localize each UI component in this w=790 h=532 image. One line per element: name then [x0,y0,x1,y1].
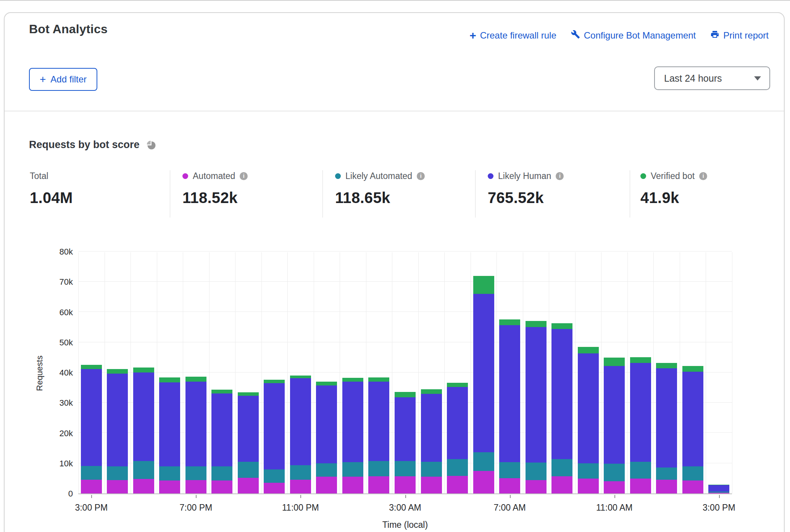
bar-segment-likely-human[interactable] [133,372,154,461]
bar-segment-likely-automated[interactable] [656,468,677,480]
bar-segment-likely-automated[interactable] [159,466,180,480]
bar-segment-likely-human[interactable] [682,372,703,466]
bar-12:00 AM[interactable] [316,382,337,493]
bar-3:00 PM[interactable] [708,485,729,493]
bar-segment-likely-human[interactable] [526,327,547,463]
bar-segment-verified-bot[interactable] [421,389,442,394]
bar-segment-likely-human[interactable] [473,294,494,452]
bar-10:00 PM[interactable] [264,380,285,493]
bar-7:00 PM[interactable] [185,377,206,493]
bar-segment-likely-automated[interactable] [526,463,547,480]
bar-segment-likely-human[interactable] [604,366,625,464]
bar-segment-verified-bot[interactable] [211,390,232,393]
bar-segment-automated[interactable] [159,480,180,493]
bar-segment-automated[interactable] [107,480,128,493]
bar-4:00 PM[interactable] [107,369,128,493]
bar-segment-automated[interactable] [708,493,729,493]
add-filter-button[interactable]: + Add filter [29,68,97,91]
bar-9:00 AM[interactable] [551,323,572,493]
bar-segment-automated[interactable] [604,481,625,494]
bar-segment-automated[interactable] [473,471,494,493]
stat-automated[interactable]: Automated i 118.52k [182,170,248,182]
bar-segment-automated[interactable] [368,476,389,493]
bar-2:00 PM[interactable] [682,366,703,493]
bar-segment-likely-automated[interactable] [107,466,128,480]
info-icon[interactable]: i [556,172,564,180]
bar-segment-likely-automated[interactable] [499,462,520,479]
bar-segment-likely-automated[interactable] [578,463,599,479]
stacked-bar-chart[interactable] [78,252,732,494]
bar-segment-verified-bot[interactable] [499,319,520,325]
bar-segment-likely-human[interactable] [499,325,520,462]
bar-segment-verified-bot[interactable] [290,376,311,378]
bar-segment-likely-human[interactable] [238,396,259,462]
bar-segment-likely-automated[interactable] [290,465,311,479]
bar-segment-verified-bot[interactable] [342,378,363,382]
bar-1:00 PM[interactable] [656,363,677,493]
bar-7:00 AM[interactable] [499,319,520,493]
bar-segment-likely-human[interactable] [316,385,337,463]
bar-segment-verified-bot[interactable] [133,368,154,373]
bar-segment-likely-human[interactable] [630,363,651,462]
bar-segment-automated[interactable] [264,483,285,493]
bar-segment-automated[interactable] [395,476,416,493]
bar-segment-verified-bot[interactable] [656,363,677,368]
bar-segment-verified-bot[interactable] [107,369,128,374]
bar-segment-likely-automated[interactable] [682,466,703,480]
stat-likely-automated[interactable]: Likely Automated i 118.65k [335,170,425,182]
bar-11:00 AM[interactable] [604,358,625,493]
bar-segment-automated[interactable] [342,477,363,493]
bar-segment-verified-bot[interactable] [551,323,572,329]
bar-segment-likely-human[interactable] [421,394,442,462]
bar-segment-automated[interactable] [81,480,102,493]
bar-segment-verified-bot[interactable] [604,358,625,366]
bar-segment-likely-automated[interactable] [316,463,337,477]
bar-segment-verified-bot[interactable] [578,347,599,353]
bar-segment-verified-bot[interactable] [473,276,494,294]
bar-9:00 PM[interactable] [238,392,259,493]
bar-6:00 AM[interactable] [473,276,494,493]
bar-segment-automated[interactable] [421,477,442,493]
bar-1:00 AM[interactable] [342,378,363,493]
bar-3:00 AM[interactable] [395,392,416,493]
print-report-link[interactable]: Print report [710,30,769,41]
bar-segment-verified-bot[interactable] [526,321,547,327]
bar-segment-automated[interactable] [682,480,703,493]
bar-segment-likely-human[interactable] [708,485,729,492]
bar-3:00 PM[interactable] [81,365,102,493]
bar-segment-likely-automated[interactable] [238,462,259,478]
bar-segment-likely-automated[interactable] [395,461,416,476]
bar-segment-likely-automated[interactable] [604,464,625,481]
bar-segment-likely-automated[interactable] [81,466,102,480]
bar-segment-likely-human[interactable] [551,329,572,459]
bar-segment-likely-human[interactable] [107,374,128,466]
bar-segment-likely-automated[interactable] [551,459,572,476]
bar-segment-likely-automated[interactable] [133,461,154,479]
bar-segment-likely-human[interactable] [264,383,285,470]
bar-segment-likely-automated[interactable] [447,459,468,476]
bar-6:00 PM[interactable] [159,377,180,493]
stat-likely-human[interactable]: Likely Human i 765.52k [488,170,564,182]
bar-segment-verified-bot[interactable] [264,380,285,383]
info-icon[interactable]: i [699,172,707,180]
info-icon[interactable]: i [417,172,425,180]
bar-segment-verified-bot[interactable] [682,366,703,372]
bar-segment-verified-bot[interactable] [185,377,206,382]
bar-8:00 PM[interactable] [211,390,232,493]
bar-segment-automated[interactable] [630,479,651,493]
bar-segment-likely-human[interactable] [578,353,599,463]
bar-segment-verified-bot[interactable] [447,383,468,387]
bar-segment-automated[interactable] [656,480,677,494]
bar-segment-likely-automated[interactable] [264,469,285,483]
bar-segment-verified-bot[interactable] [630,357,651,363]
bar-5:00 AM[interactable] [447,383,468,493]
info-icon[interactable]: i [240,172,248,180]
bar-10:00 AM[interactable] [578,347,599,493]
bar-segment-likely-automated[interactable] [211,466,232,480]
bar-segment-likely-human[interactable] [159,382,180,466]
bar-segment-likely-automated[interactable] [342,462,363,477]
bar-8:00 AM[interactable] [526,321,547,493]
bar-2:00 AM[interactable] [368,377,389,493]
bar-segment-likely-automated[interactable] [630,462,651,479]
bar-4:00 AM[interactable] [421,389,442,493]
